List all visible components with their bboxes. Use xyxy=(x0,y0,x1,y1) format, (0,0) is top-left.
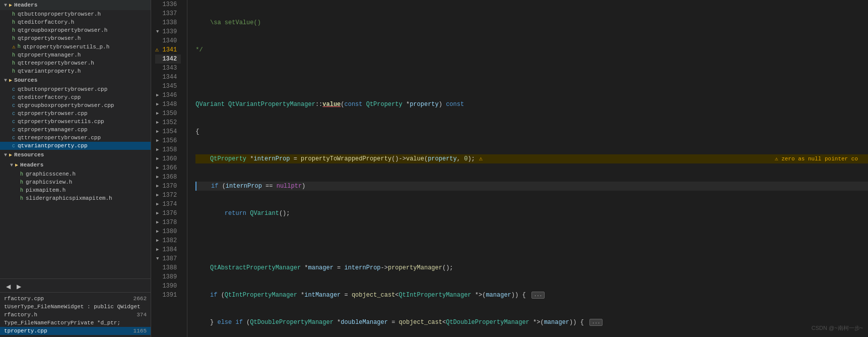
bottom-file-name: rfactory.cpp xyxy=(4,296,129,302)
code-token xyxy=(195,154,210,163)
fold-arrow-1346[interactable]: ▶ xyxy=(156,91,159,100)
fold-arrow-1370[interactable]: ▶ xyxy=(156,182,159,191)
line-num-1387: ▼1387 xyxy=(155,254,181,263)
resources-headers-section[interactable]: ▼ ▶ Headers xyxy=(0,160,151,170)
sources-section[interactable]: ▼ ▶ Sources xyxy=(0,75,151,85)
tree-item-qtvariantproperty-h[interactable]: h qtvariantproperty.h xyxy=(0,67,151,75)
fold-arrow-1348[interactable]: ▶ xyxy=(156,100,159,109)
tree-item-qteditorfactory-cpp[interactable]: c qteditorfactory.cpp xyxy=(0,93,151,101)
fold-arrow-1387[interactable]: ▼ xyxy=(156,254,159,263)
file-icon-h: h xyxy=(20,172,23,177)
tree-item-label: qtgroupboxpropertybrowser.cpp xyxy=(18,102,114,108)
fold-arrow-1354[interactable]: ▶ xyxy=(156,127,159,136)
fold-arrow-1376[interactable]: ▶ xyxy=(156,209,159,218)
headers-section[interactable]: ▼ ▶ Headers xyxy=(0,0,151,10)
fold-arrow-1358[interactable]: ▶ xyxy=(156,145,159,154)
code-line-1343: return QVariant (); xyxy=(195,209,868,218)
bottom-toolbar: ◀ ▶ xyxy=(0,281,151,293)
bottom-file-tproperty-cpp[interactable]: tproperty.cpp 1165 xyxy=(0,327,151,335)
headers-label: Headers xyxy=(14,2,37,8)
code-token: < xyxy=(395,291,398,300)
line-num-1382: ▶1382 xyxy=(155,236,181,245)
code-token: = xyxy=(341,291,352,300)
line-num-1342: 1342 xyxy=(155,54,181,64)
code-line-1346: if ( QtIntPropertyManager * intManager =… xyxy=(195,291,868,300)
fold-arrow-1372[interactable]: ▶ xyxy=(156,191,159,200)
tree-item-qtgroupboxpropertybrowser-cpp[interactable]: c qtgroupboxpropertybrowser.cpp xyxy=(0,101,151,109)
tree-item-label: qteditorfactory.h xyxy=(18,19,74,25)
fold-arrow-1378[interactable]: ▶ xyxy=(156,218,159,227)
tree-item-label: qtvariantproperty.h xyxy=(18,68,81,74)
tree-item-qttreepropertybrowser-h[interactable]: h qttreepropertybrowser.h xyxy=(0,59,151,67)
bottom-file-name: tproperty.cpp xyxy=(4,328,129,334)
tree-item-qtpropertybrowserutils-h[interactable]: ⚠ h qtpropertybrowserutils_p.h xyxy=(0,42,151,51)
fold-arrow-1352[interactable]: ▶ xyxy=(156,118,159,127)
code-token: property xyxy=(410,100,439,109)
tree-item-qtpropertybrowserutils-cpp[interactable]: c qtpropertybrowserutils.cpp xyxy=(0,118,151,126)
bottom-file-d-ptr[interactable]: Type_FileNameFactoryPrivate *d_ptr; xyxy=(0,319,151,327)
tree-item-qteditorfactory-h[interactable]: h qteditorfactory.h xyxy=(0,18,151,26)
file-icon-cpp: c xyxy=(12,103,15,108)
fold-arrow-1384[interactable]: ▶ xyxy=(156,245,159,254)
file-icon-h: h xyxy=(20,196,23,201)
bottom-file-rfactory-h[interactable]: rfactory.h 374 xyxy=(0,311,151,319)
tree-item-label: qtvariantproperty.cpp xyxy=(18,143,88,149)
file-icon-cpp: c xyxy=(12,111,15,117)
code-token: propertyToWrappedProperty xyxy=(301,154,391,163)
fold-button-1348[interactable]: ... xyxy=(589,319,603,326)
fold-arrow-1368[interactable]: ▶ xyxy=(156,173,159,182)
code-token: == xyxy=(262,182,277,191)
code-token: * xyxy=(333,318,341,327)
tree-item-slidergraphicspixmapitem-h[interactable]: h slidergraphicspixmapitem.h xyxy=(0,194,151,202)
tree-item-qttreepropertybrowser-cpp[interactable]: c qttreepropertybrowser.cpp xyxy=(0,134,151,142)
code-line-1341: QtProperty * internProp = propertyToWrap… xyxy=(195,154,868,163)
fold-arrow-1339[interactable]: ▼ xyxy=(156,27,159,36)
bottom-panel: ◀ ▶ rfactory.cpp 2662 tUserType_FileName… xyxy=(0,278,151,337)
tree-item-qtvariantproperty-cpp[interactable]: c qtvariantproperty.cpp xyxy=(0,142,151,150)
fold-arrow-1380[interactable]: ▶ xyxy=(156,227,159,236)
warning-gutter-icon: ⚠ xyxy=(479,154,483,163)
line-num-1366: ▶1366 xyxy=(155,163,181,173)
bottom-file-usertype[interactable]: tUserType_FileNameWidget : public QWidge… xyxy=(0,303,151,311)
bottom-file-name: Type_FileNameFactoryPrivate *d_ptr; xyxy=(4,320,147,326)
tree-item-qtpropertymanager-cpp[interactable]: c qtpropertymanager.cpp xyxy=(0,126,151,134)
code-line-1339: QVariant QtVariantPropertyManager :: val… xyxy=(195,100,868,109)
toolbar-prev-btn[interactable]: ◀ xyxy=(4,282,13,291)
line-num-1368: ▶1368 xyxy=(155,173,181,182)
tree-item-pixmapitem-h[interactable]: h pixmapitem.h xyxy=(0,186,151,194)
code-token: QtAbstractPropertyManager xyxy=(210,263,301,272)
tree-item-graphicsscene-h[interactable]: h graphicsscene.h xyxy=(0,170,151,178)
tree-item-qtgroupboxpropertybrowser-h[interactable]: h qtgroupboxpropertybrowser.h xyxy=(0,26,151,34)
line-num-1360: ▶1360 xyxy=(155,154,181,163)
code-token: const xyxy=(345,100,363,109)
code-token: property xyxy=(428,154,457,163)
fold-arrow-1382[interactable]: ▶ xyxy=(156,236,159,245)
fold-arrow-1350[interactable]: ▶ xyxy=(156,109,159,118)
tree-item-qtpropertymanager-h[interactable]: h qtpropertymanager.h xyxy=(0,51,151,59)
tree-item-qtpropertybrowser-cpp[interactable]: c qtpropertybrowser.cpp xyxy=(0,109,151,118)
fold-arrow-1366[interactable]: ▶ xyxy=(156,163,159,173)
fold-button-1346[interactable]: ... xyxy=(531,292,545,299)
bottom-file-rfactory-cpp[interactable]: rfactory.cpp 2662 xyxy=(0,295,151,303)
code-token: (); xyxy=(279,209,290,218)
line-num-1388: 1388 xyxy=(155,263,181,272)
fold-arrow-1374[interactable]: ▶ xyxy=(156,200,159,209)
tree-item-graphicsview-h[interactable]: h graphicsview.h xyxy=(0,178,151,186)
file-icon-cpp: c xyxy=(12,135,15,141)
toolbar-next-btn[interactable]: ▶ xyxy=(15,282,23,291)
code-line-1338 xyxy=(195,73,868,82)
line-num-1358: ▶1358 xyxy=(155,145,181,154)
code-token: )) { xyxy=(511,291,529,300)
fold-arrow-1360[interactable]: ▶ xyxy=(156,154,159,163)
code-line-1342: if ( internProp == nullptr ) xyxy=(195,182,868,191)
code-token: * xyxy=(403,100,410,109)
file-icon-cpp: c xyxy=(12,143,15,149)
code-area[interactable]: \sa setValue() */ QVariant QtVariantProp… xyxy=(187,0,868,337)
line-num-1384: ▶1384 xyxy=(155,245,181,254)
tree-item-qtpropertybrowser-h[interactable]: h qtpropertybrowser.h xyxy=(0,34,151,42)
editor-content: 1336 1337 1338 ▼1339 1340 ⚠ 1341 1342 13… xyxy=(151,0,868,337)
fold-arrow-1356[interactable]: ▶ xyxy=(156,136,159,145)
resources-section[interactable]: ▼ ▶ Resources xyxy=(0,150,151,160)
tree-item-qtbuttonpropertybrowser-cpp[interactable]: c qtbuttonpropertybrowser.cpp xyxy=(0,85,151,93)
tree-item-qtbuttonpropertybrowser-h[interactable]: h qtbuttonpropertybrowser.h xyxy=(0,10,151,18)
